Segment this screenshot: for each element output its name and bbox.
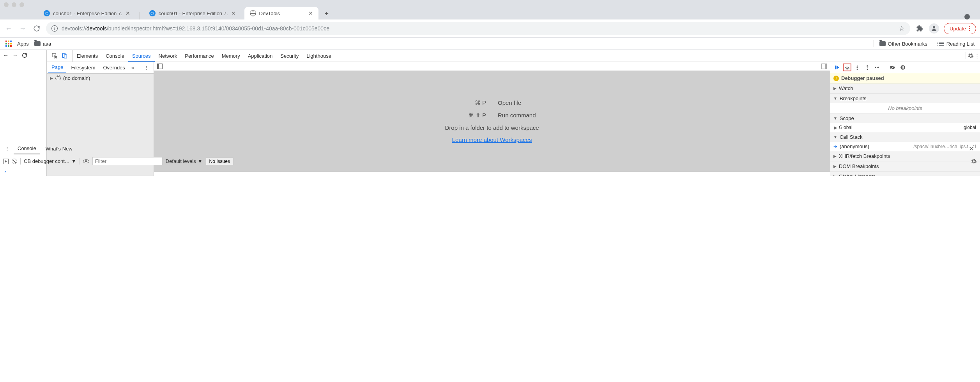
- svg-point-6: [857, 69, 858, 70]
- step-over-button[interactable]: [843, 64, 851, 71]
- devtools-tab-strip: Elements Console Sources Network Perform…: [47, 50, 980, 62]
- step-out-button[interactable]: [863, 64, 872, 71]
- toggle-debugger-icon[interactable]: [821, 64, 827, 69]
- url: devtools://devtools/bundled/inspector.ht…: [62, 25, 329, 32]
- update-button[interactable]: Update: [944, 23, 976, 34]
- close-drawer-button[interactable]: ✕: [965, 143, 978, 154]
- traffic-close[interactable]: [4, 2, 9, 7]
- subtab-filesystem[interactable]: Filesystem: [68, 62, 98, 73]
- editor-placeholder: ⌘ P Open file ⌘ ⇧ P Run command Drop in …: [154, 71, 830, 172]
- subtab-overrides[interactable]: Overrides: [100, 62, 128, 73]
- tab-sources[interactable]: Sources: [128, 50, 155, 62]
- xhr-breakpoints-section[interactable]: ▶XHR/fetch Breakpoints: [830, 151, 980, 161]
- tab-memory[interactable]: Memory: [218, 50, 244, 62]
- other-bookmarks[interactable]: Other Bookmarks: [888, 41, 927, 47]
- apps-icon[interactable]: [5, 41, 12, 47]
- dom-breakpoints-section[interactable]: ▶DOM Breakpoints: [830, 161, 980, 171]
- call-stack-section[interactable]: ▼Call Stack: [830, 132, 980, 142]
- browser-tab[interactable]: ⬡ couch01 - Enterprise Edition 7. ✕: [38, 7, 136, 19]
- global-listeners-section[interactable]: ▶Global Listeners: [830, 172, 980, 176]
- console-settings-icon[interactable]: [971, 158, 977, 164]
- subtab-page[interactable]: Page: [48, 62, 66, 73]
- svg-point-7: [867, 69, 868, 70]
- info-icon[interactable]: i: [51, 25, 58, 32]
- reload-button[interactable]: [32, 24, 41, 33]
- tab-network[interactable]: Network: [155, 50, 181, 62]
- toggle-navigator-icon[interactable]: [157, 64, 163, 69]
- tab-application[interactable]: Application: [244, 50, 277, 62]
- drawer-tab-whatsnew[interactable]: What's New: [42, 143, 76, 154]
- bookmark-star-icon[interactable]: ☆: [899, 24, 905, 33]
- svg-point-0: [933, 26, 935, 28]
- mini-forward-button[interactable]: →: [12, 52, 18, 58]
- scope-row[interactable]: ▶Global global: [830, 123, 980, 132]
- current-frame-icon: ➔: [833, 144, 837, 149]
- settings-icon[interactable]: [968, 53, 974, 59]
- couchbase-icon: ⬡: [44, 10, 50, 16]
- browser-tab-active[interactable]: DevTools ✕: [244, 7, 318, 19]
- tab-title: couch01 - Enterprise Edition 7.: [53, 11, 122, 16]
- tab-performance[interactable]: Performance: [181, 50, 218, 62]
- kebab-icon[interactable]: ⋮: [974, 53, 980, 59]
- context-selector[interactable]: CB debugger cont…▼: [24, 158, 76, 164]
- scope-section[interactable]: ▼Scope: [830, 113, 980, 123]
- breakpoints-section[interactable]: ▼Breakpoints: [830, 94, 980, 103]
- tab-strip: ⬡ couch01 - Enterprise Edition 7. ✕ ⬡ co…: [0, 7, 980, 19]
- address-bar[interactable]: i devtools://devtools/bundled/inspector.…: [46, 22, 910, 35]
- mini-back-button[interactable]: ←: [3, 52, 9, 58]
- pause-exceptions-button[interactable]: [899, 64, 907, 71]
- browser-tab[interactable]: ⬡ couch01 - Enterprise Edition 7. ✕: [144, 7, 241, 19]
- chrome-dropdown-icon[interactable]: [964, 14, 970, 19]
- call-frame[interactable]: ➔ (anonymous) /space/linuxbre…rich_ips.t…: [830, 142, 980, 151]
- inspect-icon[interactable]: [51, 53, 58, 59]
- kebab-icon[interactable]: ⋮: [2, 144, 12, 153]
- info-icon: i: [833, 76, 839, 81]
- close-icon[interactable]: ✕: [126, 10, 130, 16]
- add-tab-button[interactable]: +: [322, 8, 332, 19]
- back-button[interactable]: ←: [4, 24, 13, 33]
- tab-lighthouse[interactable]: Lighthouse: [302, 50, 335, 62]
- traffic-maximize[interactable]: [19, 2, 24, 7]
- reading-list[interactable]: Reading List: [946, 41, 975, 47]
- tree-item[interactable]: ▶ (no domain): [47, 74, 154, 83]
- close-icon[interactable]: ✕: [308, 10, 313, 16]
- window-controls: [0, 0, 980, 7]
- log-levels-selector[interactable]: Default levels▼: [166, 158, 203, 164]
- mini-reload-button[interactable]: [22, 53, 27, 58]
- traffic-minimize[interactable]: [12, 2, 16, 7]
- clear-console-icon[interactable]: [12, 159, 17, 164]
- kebab-icon[interactable]: ⋮: [141, 63, 152, 72]
- forward-button[interactable]: →: [18, 24, 27, 33]
- bookmark-folder[interactable]: aaa: [34, 41, 51, 47]
- svg-rect-12: [903, 66, 904, 69]
- more-tabs-icon[interactable]: »: [131, 65, 134, 71]
- tab-elements[interactable]: Elements: [73, 50, 102, 62]
- resume-button[interactable]: [833, 64, 841, 71]
- debugger-paused-banner: i Debugger paused: [830, 73, 980, 83]
- drawer-tab-console[interactable]: Console: [14, 143, 40, 154]
- reading-list-icon: [939, 42, 944, 46]
- no-breakpoints-text: No breakpoints: [830, 103, 980, 113]
- close-icon[interactable]: ✕: [231, 10, 236, 16]
- kebab-icon: [969, 26, 970, 31]
- apps-label[interactable]: Apps: [17, 41, 29, 47]
- tab-security[interactable]: Security: [276, 50, 302, 62]
- step-button[interactable]: [873, 64, 882, 71]
- console-filter-input[interactable]: [92, 157, 163, 165]
- issues-button[interactable]: No Issues: [206, 157, 234, 165]
- svg-rect-4: [835, 65, 836, 69]
- step-into-button[interactable]: [853, 64, 861, 71]
- learn-workspaces-link[interactable]: Learn more about Workspaces: [452, 136, 532, 143]
- extensions-icon[interactable]: [915, 24, 924, 33]
- svg-point-10: [900, 65, 905, 70]
- device-toggle-icon[interactable]: [62, 53, 68, 59]
- tab-console[interactable]: Console: [102, 50, 128, 62]
- live-expression-icon[interactable]: [83, 159, 89, 163]
- svg-rect-3: [64, 55, 67, 58]
- tab-title: couch01 - Enterprise Edition 7.: [159, 11, 228, 16]
- expand-icon[interactable]: ▶: [50, 76, 53, 80]
- console-sidebar-icon[interactable]: [3, 159, 9, 164]
- profile-avatar[interactable]: [929, 23, 939, 34]
- watch-section[interactable]: ▶Watch: [830, 83, 980, 93]
- deactivate-breakpoints-button[interactable]: [888, 64, 897, 71]
